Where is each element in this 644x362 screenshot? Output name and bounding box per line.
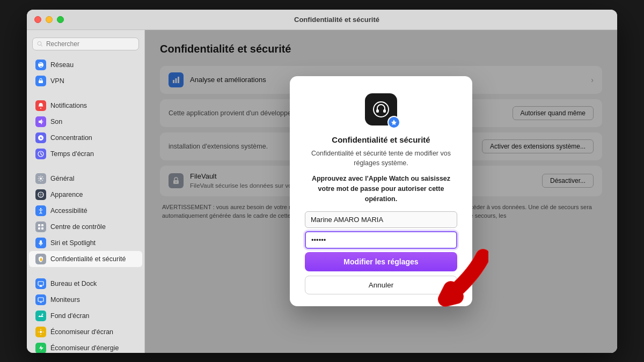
apparence-icon bbox=[35, 189, 46, 200]
minimize-button[interactable] bbox=[46, 16, 53, 23]
svg-rect-17 bbox=[38, 298, 43, 301]
svg-rect-12 bbox=[41, 227, 43, 230]
sidebar-item-centre-controle[interactable]: Centre de contrôle bbox=[29, 219, 142, 235]
notifications-icon bbox=[35, 100, 46, 111]
sidebar-item-moniteurs[interactable]: Moniteurs bbox=[29, 292, 142, 308]
economiseur-energie-icon bbox=[35, 343, 46, 353]
sidebar-item-son[interactable]: Son bbox=[29, 114, 142, 130]
svg-rect-2 bbox=[39, 80, 43, 83]
sidebar-group-2: Notifications Son bbox=[27, 98, 144, 162]
concentration-label: Concentration bbox=[50, 134, 92, 142]
centre-controle-label: Centre de contrôle bbox=[50, 223, 106, 231]
svg-rect-11 bbox=[38, 227, 40, 230]
traffic-lights bbox=[34, 16, 64, 23]
siri-icon bbox=[35, 238, 46, 248]
son-icon bbox=[35, 116, 46, 127]
svg-marker-4 bbox=[39, 119, 42, 124]
dialog-badge bbox=[387, 116, 400, 129]
close-button[interactable] bbox=[34, 16, 41, 23]
accessibilite-icon bbox=[35, 205, 46, 216]
reseau-icon bbox=[35, 60, 46, 70]
sidebar-item-reseau[interactable]: Réseau bbox=[29, 57, 142, 73]
sidebar: Réseau VPN bbox=[27, 30, 145, 353]
svg-rect-14 bbox=[38, 282, 43, 285]
dialog-subdesc: Approuvez avec l'Apple Watch ou saisisse… bbox=[305, 174, 457, 204]
sidebar-item-accessibilite[interactable]: Accessibilité bbox=[29, 203, 142, 219]
sidebar-group-network: Réseau VPN bbox=[27, 57, 144, 89]
window-body: Réseau VPN bbox=[27, 30, 617, 353]
maximize-button[interactable] bbox=[57, 16, 64, 23]
sidebar-item-bureau[interactable]: Bureau et Dock bbox=[29, 276, 142, 292]
dialog-icon-container bbox=[363, 91, 399, 128]
sidebar-item-economiseur-energie[interactable]: Économiseur d'énergie bbox=[29, 340, 142, 353]
svg-point-21 bbox=[40, 331, 42, 333]
svg-rect-15 bbox=[40, 285, 42, 286]
confirm-button[interactable]: Modifier les réglages bbox=[305, 252, 457, 271]
search-input[interactable] bbox=[46, 40, 134, 48]
temps-ecran-label: Temps d'écran bbox=[50, 150, 94, 158]
mac-window: Confidentialité et sécurité bbox=[27, 10, 617, 353]
sidebar-item-concentration[interactable]: Concentration bbox=[29, 130, 142, 146]
svg-point-8 bbox=[40, 208, 41, 209]
accessibilite-label: Accessibilité bbox=[50, 207, 87, 215]
dialog: Confidentialité et sécurité Confidential… bbox=[290, 76, 472, 307]
son-label: Son bbox=[50, 118, 62, 125]
dialog-overlay: Confidentialité et sécurité Confidential… bbox=[145, 30, 617, 353]
svg-point-20 bbox=[42, 313, 43, 315]
sidebar-item-vpn[interactable]: VPN bbox=[29, 73, 142, 89]
confidentialite-icon: ✋ bbox=[35, 254, 46, 264]
general-label: Général bbox=[50, 175, 74, 182]
moniteurs-icon bbox=[35, 294, 46, 305]
fond-label: Fond d'écran bbox=[50, 312, 90, 320]
svg-point-6 bbox=[40, 178, 42, 180]
sidebar-item-notifications[interactable]: Notifications bbox=[29, 98, 142, 114]
bureau-icon bbox=[35, 278, 46, 289]
password-input[interactable] bbox=[305, 231, 457, 249]
centre-controle-icon bbox=[35, 221, 46, 232]
concentration-icon bbox=[35, 132, 46, 143]
svg-rect-37 bbox=[383, 109, 386, 113]
svg-point-3 bbox=[40, 108, 41, 109]
sidebar-item-apparence[interactable]: Apparence bbox=[29, 187, 142, 203]
main-content: Confidentialité et sécurité Analyse et a… bbox=[145, 30, 617, 353]
economiseur-energie-label: Économiseur d'énergie bbox=[50, 344, 119, 352]
bureau-label: Bureau et Dock bbox=[50, 280, 97, 287]
fond-icon bbox=[35, 311, 46, 321]
economiseur-ecran-label: Économiseur d'écran bbox=[50, 328, 113, 336]
window-title: Confidentialité et sécurité bbox=[64, 16, 610, 24]
title-bar: Confidentialité et sécurité bbox=[27, 10, 617, 30]
economiseur-ecran-icon bbox=[35, 327, 46, 337]
vpn-label: VPN bbox=[50, 77, 64, 85]
svg-text:✋: ✋ bbox=[39, 257, 43, 262]
dialog-desc: Confidentialité et sécurité tente de mod… bbox=[305, 149, 457, 169]
svg-rect-16 bbox=[39, 286, 42, 287]
svg-line-1 bbox=[41, 45, 42, 46]
svg-rect-36 bbox=[376, 109, 379, 113]
moniteurs-label: Moniteurs bbox=[50, 296, 80, 304]
sidebar-item-fond[interactable]: Fond d'écran bbox=[29, 308, 142, 324]
vpn-icon bbox=[35, 76, 46, 86]
sidebar-group-3: Général Apparence bbox=[27, 171, 144, 267]
sidebar-item-temps-ecran[interactable]: Temps d'écran bbox=[29, 146, 142, 162]
search-icon bbox=[37, 41, 43, 47]
reseau-label: Réseau bbox=[50, 61, 74, 69]
search-bar[interactable] bbox=[32, 38, 139, 50]
sidebar-item-general[interactable]: Général bbox=[29, 171, 142, 187]
sidebar-item-siri[interactable]: Siri et Spotlight bbox=[29, 235, 142, 251]
temps-ecran-icon bbox=[35, 149, 46, 159]
apparence-label: Apparence bbox=[50, 191, 83, 198]
dialog-title: Confidentialité et sécurité bbox=[305, 135, 457, 144]
cancel-button[interactable]: Annuler bbox=[305, 276, 457, 294]
notifications-label: Notifications bbox=[50, 102, 87, 109]
confidentialite-label: Confidentialité et sécurité bbox=[50, 255, 126, 263]
username-input[interactable] bbox=[305, 211, 457, 228]
general-icon bbox=[35, 173, 46, 184]
sidebar-item-confidentialite[interactable]: ✋ Confidentialité et sécurité bbox=[29, 251, 142, 267]
siri-label: Siri et Spotlight bbox=[50, 239, 96, 247]
svg-rect-10 bbox=[41, 224, 43, 226]
sidebar-group-4: Bureau et Dock Moniteurs bbox=[27, 276, 144, 353]
svg-rect-9 bbox=[38, 224, 40, 226]
sidebar-item-economiseur-ecran[interactable]: Économiseur d'écran bbox=[29, 324, 142, 340]
